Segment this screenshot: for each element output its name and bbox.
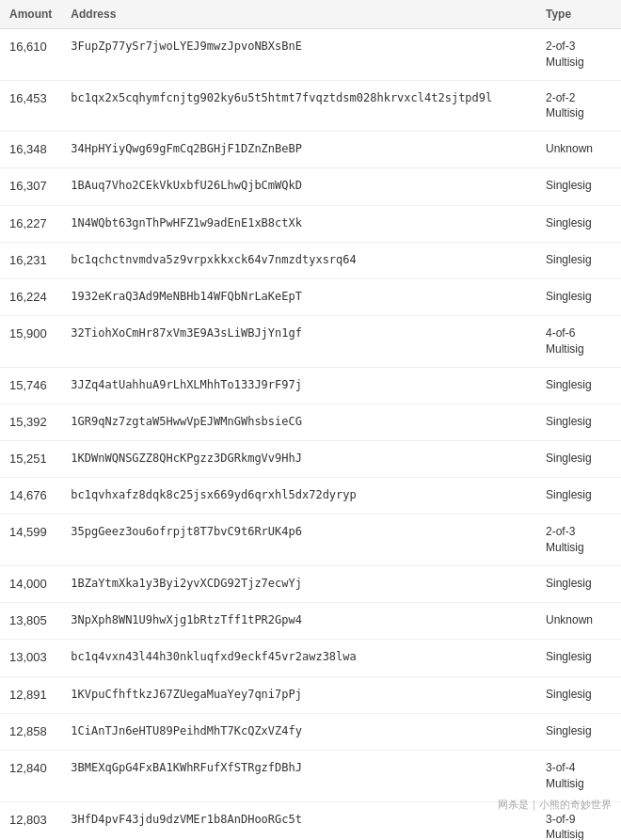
cell-address: 1BZaYtmXka1y3Byi2yvXCDG92Tjz7ecwYj (61, 566, 536, 603)
cell-amount: 15,251 (0, 441, 61, 478)
cell-address: bc1qchctnvmdva5z9vrpxkkxck64v7nmzdtyxsrq… (61, 242, 536, 278)
table-row: 15,7463JZq4atUahhuA9rLhXLMhhTo133J9rF97j… (0, 367, 621, 404)
table-row: 12,8911KVpuCfhftkzJ67ZUegaMuaYey7qni7pPj… (0, 676, 621, 713)
cell-type: Singlesig (536, 566, 621, 603)
cell-type: Singlesig (536, 168, 621, 205)
cell-type: Unknown (536, 603, 621, 640)
table-row: 15,2511KDWnWQNSGZZ8QHcKPgzz3DGRkmgVv9HhJ… (0, 441, 621, 478)
cell-type: 2-of-2 Multisig (536, 80, 621, 132)
cell-amount: 16,231 (0, 242, 61, 278)
table-row: 14,676bc1qvhxafz8dqk8c25jsx669yd6qrxhl5d… (0, 478, 621, 515)
cell-amount: 12,840 (0, 751, 61, 802)
cell-amount: 14,676 (0, 478, 61, 515)
cell-type: Singlesig (536, 404, 621, 440)
cell-type: 2-of-3 Multisig (536, 515, 621, 566)
cell-address: 1CiAnTJn6eHTU89PeihdMhT7KcQZxVZ4fy (61, 713, 536, 750)
col-type: Type (536, 0, 621, 29)
cell-type: Singlesig (536, 441, 621, 478)
table-row: 16,453bc1qx2x5cqhymfcnjtg902ky6u5t5htmt7… (0, 80, 621, 132)
cell-type: Singlesig (536, 478, 621, 515)
cell-amount: 15,392 (0, 404, 61, 440)
table-row: 13,8053NpXph8WN1U9hwXjg1bRtzTff1tPR2Gpw4… (0, 603, 621, 640)
cell-amount: 16,224 (0, 278, 61, 315)
cell-type: 4-of-6 Multisig (536, 316, 621, 368)
cell-amount: 15,746 (0, 367, 61, 404)
table-row: 15,3921GR9qNz7zgtaW5HwwVpEJWMnGWhsbsieCG… (0, 404, 621, 440)
cell-type: Singlesig (536, 676, 621, 713)
cell-amount: 13,003 (0, 640, 61, 676)
cell-address: 3JZq4atUahhuA9rLhXLMhhTo133J9rF97j (61, 367, 536, 404)
cell-address: bc1qx2x5cqhymfcnjtg902ky6u5t5htmt7fvqztd… (61, 80, 536, 132)
cell-address: 1KDWnWQNSGZZ8QHcKPgzz3DGRkmgVv9HhJ (61, 441, 536, 478)
cell-type: 3-of-9 Multisig (536, 801, 621, 840)
table-row: 14,59935pgGeez3ou6ofrpjt8T7bvC9t6RrUK4p6… (0, 515, 621, 566)
cell-type: Singlesig (536, 242, 621, 278)
table-row: 12,8581CiAnTJn6eHTU89PeihdMhT7KcQZxVZ4fy… (0, 713, 621, 750)
cell-amount: 12,858 (0, 713, 61, 750)
cell-address: 3BMEXqGpG4FxBA1KWhRFufXfSTRgzfDBhJ (61, 751, 536, 802)
cell-address: bc1qvhxafz8dqk8c25jsx669yd6qrxhl5dx72dyr… (61, 478, 536, 515)
cell-address: 35pgGeez3ou6ofrpjt8T7bvC9t6RrUK4p6 (61, 515, 536, 566)
cell-address: 34HpHYiyQwg69gFmCq2BGHjF1DZnZnBeBP (61, 132, 536, 168)
table-row: 16,3071BAuq7Vho2CEkVkUxbfU26LhwQjbCmWQkD… (0, 168, 621, 205)
cell-type: Unknown (536, 132, 621, 168)
cell-amount: 16,453 (0, 80, 61, 132)
cell-address: 32TiohXoCmHr87xVm3E9A3sLiWBJjYn1gf (61, 316, 536, 368)
table-row: 16,34834HpHYiyQwg69gFmCq2BGHjF1DZnZnBeBP… (0, 132, 621, 168)
cell-address: 1KVpuCfhftkzJ67ZUegaMuaYey7qni7pPj (61, 676, 536, 713)
cell-amount: 14,000 (0, 566, 61, 603)
cell-type: Singlesig (536, 367, 621, 404)
table-row: 14,0001BZaYtmXka1y3Byi2yvXCDG92Tjz7ecwYj… (0, 566, 621, 603)
cell-address: 1932eKraQ3Ad9MeNBHb14WFQbNrLaKeEpT (61, 278, 536, 315)
col-amount: Amount (0, 0, 61, 29)
cell-type: Singlesig (536, 713, 621, 750)
table-row: 13,003bc1q4vxn43l44h30nkluqfxd9eckf45vr2… (0, 640, 621, 676)
cell-amount: 16,610 (0, 29, 61, 81)
cell-amount: 13,805 (0, 603, 61, 640)
cell-amount: 12,803 (0, 801, 61, 840)
cell-address: bc1q4vxn43l44h30nkluqfxd9eckf45vr2awz38l… (61, 640, 536, 676)
transactions-table: Amount Address Type 16,6103FupZp77ySr7jw… (0, 0, 621, 840)
table-row: 16,231bc1qchctnvmdva5z9vrpxkkxck64v7nmzd… (0, 242, 621, 278)
cell-address: 1N4WQbt63gnThPwHFZ1w9adEnE1xB8ctXk (61, 205, 536, 242)
cell-address: 1BAuq7Vho2CEkVkUxbfU26LhwQjbCmWQkD (61, 168, 536, 205)
table-row: 16,6103FupZp77ySr7jwoLYEJ9mwzJpvoNBXsBnE… (0, 29, 621, 81)
cell-type: Singlesig (536, 640, 621, 676)
cell-type: 3-of-4 Multisig (536, 751, 621, 802)
table-row: 12,8033HfD4pvF43jdu9dzVMEr1b8AnDHooRGc5t… (0, 801, 621, 840)
col-address: Address (61, 0, 536, 29)
cell-amount: 16,227 (0, 205, 61, 242)
table-row: 16,2271N4WQbt63gnThPwHFZ1w9adEnE1xB8ctXk… (0, 205, 621, 242)
table-row: 12,8403BMEXqGpG4FxBA1KWhRFufXfSTRgzfDBhJ… (0, 751, 621, 802)
cell-address: 3HfD4pvF43jdu9dzVMEr1b8AnDHooRGc5t (61, 801, 536, 840)
cell-address: 3FupZp77ySr7jwoLYEJ9mwzJpvoNBXsBnE (61, 29, 536, 81)
cell-amount: 15,900 (0, 316, 61, 368)
cell-amount: 16,307 (0, 168, 61, 205)
cell-address: 1GR9qNz7zgtaW5HwwVpEJWMnGWhsbsieCG (61, 404, 536, 440)
cell-amount: 16,348 (0, 132, 61, 168)
cell-type: Singlesig (536, 278, 621, 315)
cell-type: 2-of-3 Multisig (536, 29, 621, 81)
table-row: 15,90032TiohXoCmHr87xVm3E9A3sLiWBJjYn1gf… (0, 316, 621, 368)
cell-amount: 12,891 (0, 676, 61, 713)
cell-type: Singlesig (536, 205, 621, 242)
table-row: 16,2241932eKraQ3Ad9MeNBHb14WFQbNrLaKeEpT… (0, 278, 621, 315)
cell-address: 3NpXph8WN1U9hwXjg1bRtzTff1tPR2Gpw4 (61, 603, 536, 640)
cell-amount: 14,599 (0, 515, 61, 566)
table-header: Amount Address Type (0, 0, 621, 29)
